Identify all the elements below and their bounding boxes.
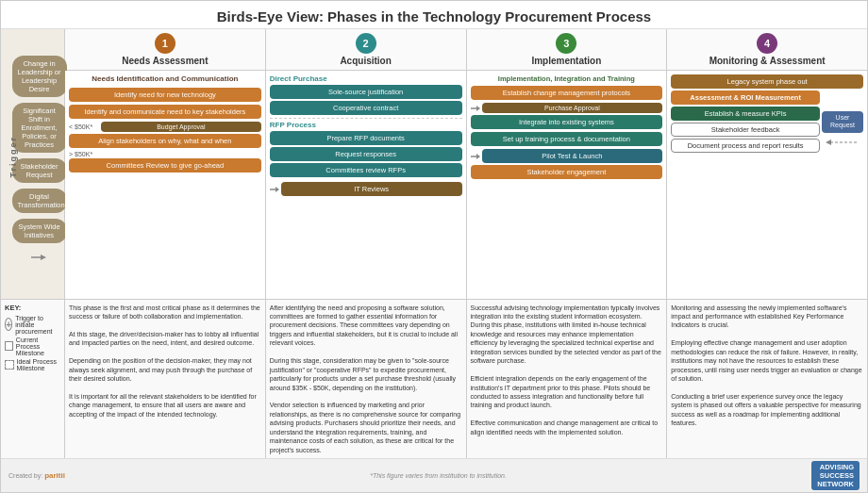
- phase-2-title: Acquisition: [340, 56, 391, 66]
- threshold-high: > $50K*: [69, 151, 261, 157]
- phase-4-title: Monitoring & Assessment: [709, 56, 826, 66]
- coop-box: Cooperative contract: [270, 101, 462, 115]
- phase-4-body: Legacy system phase out Assessment & ROI…: [667, 71, 867, 299]
- key-rect-icon: [5, 341, 13, 351]
- user-request-area: User Request: [822, 90, 863, 155]
- asn-success: SUCCESS: [820, 471, 854, 480]
- rfp-process-title: RFP Process: [270, 121, 462, 129]
- it-reviews-box: IT Reviews: [281, 182, 462, 196]
- pilot-row: Pilot Test & Launch: [471, 149, 663, 163]
- user-request-box: User Request: [822, 111, 863, 133]
- bottom-bar: Created by: paritii *This figure varies …: [1, 458, 867, 492]
- it-reviews-row: IT Reviews: [270, 180, 462, 198]
- impl-box-1: Establish change management protocols: [471, 86, 663, 100]
- key-dashed-rect-icon: [5, 360, 14, 370]
- phase-1-number: 1: [155, 33, 175, 54]
- svg-marker-5: [476, 106, 480, 111]
- needs-box-3: Align stakeholders on why, what and when: [69, 134, 261, 148]
- phase-3-description: Successful advising technology implement…: [467, 300, 668, 458]
- key-item-1: + Trigger to initiate procurement: [5, 315, 60, 335]
- phase-4-column: 4 Monitoring & Assessment Legacy system …: [667, 29, 867, 299]
- arrow-right-icon: [31, 253, 48, 262]
- needs-box-2: Identify and communicate need to key sta…: [69, 105, 261, 119]
- key-item-3: Ideal Process Milestone: [5, 358, 60, 371]
- phase-1-column: 1 Needs Assessment Needs Identification …: [65, 29, 266, 299]
- trigger-item-3: Stakeholder Request: [12, 158, 67, 183]
- impl-box-3: Set up training process & documentation: [471, 132, 663, 146]
- phase-1-title: Needs Assessment: [122, 56, 208, 66]
- svg-marker-7: [476, 154, 480, 159]
- phase-1-body: Needs Identification and Communication I…: [65, 71, 265, 299]
- arrow-impl-1-icon: [471, 104, 480, 113]
- trigger-column: Trigger Change in Leadership or Leadersh…: [1, 29, 65, 299]
- prepare-rfp-box: Prepare RFP documents: [270, 131, 462, 145]
- phase-1-description: This phase is the first and most critica…: [65, 300, 266, 458]
- purchase-approval-box: Purchase Approval: [482, 103, 663, 113]
- asn-network: NETWORK: [817, 480, 854, 488]
- trigger-item-1: Change in Leadership or Leadership Desir…: [12, 56, 67, 97]
- trigger-item-2: Significant Shift in Enrollment, Policie…: [12, 103, 67, 153]
- key-plus-icon: +: [5, 318, 12, 331]
- needs-sub-title: Needs Identification and Communication: [69, 74, 261, 84]
- phase-2-column: 2 Acquisition Direct Purchase Sole-sourc…: [266, 29, 467, 299]
- mon-box-3: Document process and report results: [671, 139, 820, 153]
- arrow-acq-icon: [270, 185, 279, 194]
- cycle-arrow-icon: [824, 135, 861, 150]
- paritii-label: paritii: [44, 471, 65, 480]
- page-wrapper: Birds-Eye View: Phases in the Technology…: [0, 0, 868, 493]
- content-area: Trigger Change in Leadership or Leadersh…: [1, 29, 867, 299]
- svg-marker-3: [275, 187, 279, 192]
- mon-left: Assessment & ROI Measurement Establish &…: [671, 90, 820, 155]
- committees-review-box: Committees review RFPs: [270, 163, 462, 177]
- purchase-approval-row: Purchase Approval: [471, 103, 663, 113]
- phase-1-header: 1 Needs Assessment: [65, 29, 265, 71]
- needs-box-4: Committees Review to give go-ahead: [69, 158, 261, 173]
- trigger-item-4: Digital Transformation: [12, 189, 67, 213]
- svg-marker-1: [41, 255, 46, 260]
- pilot-box: Pilot Test & Launch: [482, 149, 663, 163]
- legacy-box: Legacy system phase out: [671, 74, 863, 89]
- trigger-vertical-label: Trigger: [8, 136, 18, 178]
- budget-row: < $50K* Budget Approval: [69, 122, 261, 132]
- mon-box-1: Establish & measure KPIs: [671, 107, 820, 121]
- impl-box-2: Integrate into existing systems: [471, 115, 663, 129]
- direct-purchase-title: Direct Purchase: [270, 74, 462, 83]
- budget-approval-box: Budget Approval: [101, 122, 261, 132]
- asn-advising: ADVISING: [820, 463, 854, 471]
- phase-2-body: Direct Purchase Sole-source justificatio…: [266, 71, 466, 299]
- footnote: *This figure varies from institution to …: [370, 472, 507, 479]
- phase-3-column: 3 Implementation Implementation, Integra…: [467, 29, 668, 299]
- created-by: Created by: paritii: [8, 471, 65, 480]
- phase-3-title: Implementation: [531, 56, 601, 66]
- impl-sub-title: Implementation, Integration and Training: [471, 74, 663, 83]
- key-item-2: Current Process Milestone: [5, 337, 60, 356]
- phase-2-description: After identifying the need and proposing…: [266, 300, 467, 458]
- phase-4-number: 4: [757, 33, 777, 54]
- arrow-impl-2-icon: [471, 152, 480, 161]
- created-by-label: Created by:: [8, 472, 44, 479]
- trigger-item-5: System Wide Initiatives: [12, 219, 67, 243]
- phase-4-header: 4 Monitoring & Assessment: [667, 29, 867, 71]
- trigger-arrow: [31, 253, 48, 264]
- trigger-key-area: KEY: + Trigger to initiate procurement C…: [1, 300, 65, 458]
- phase-2-number: 2: [356, 33, 376, 54]
- phase-2-header: 2 Acquisition: [266, 29, 466, 71]
- asn-logo: ADVISING SUCCESS NETWORK: [811, 461, 860, 490]
- phase-3-header: 3 Implementation: [467, 29, 667, 71]
- request-responses-box: Request responses: [270, 147, 462, 161]
- mon-box-2: Stakeholder feedback: [671, 123, 820, 137]
- svg-marker-9: [826, 140, 831, 145]
- budget-label: Budget Approval: [101, 122, 261, 132]
- page-title: Birds-Eye View: Phases in the Technology…: [1, 1, 867, 29]
- phase-3-number: 3: [556, 33, 576, 54]
- phases-area: 1 Needs Assessment Needs Identification …: [65, 29, 867, 299]
- impl-box-4: Stakeholder engagement: [471, 165, 663, 179]
- description-row: KEY: + Trigger to initiate procurement C…: [1, 299, 867, 458]
- phase-4-description: Monitoring and assessing the newly imple…: [667, 300, 867, 458]
- needs-box-1: Identify need for new technology: [69, 88, 261, 102]
- mon-main-area: Assessment & ROI Measurement Establish &…: [671, 90, 863, 155]
- threshold-low: < $50K*: [69, 123, 99, 130]
- key-title: KEY:: [5, 304, 60, 312]
- phase-3-body: Implementation, Integration and Training…: [467, 71, 667, 299]
- asn-logo-area: ADVISING SUCCESS NETWORK: [811, 461, 860, 490]
